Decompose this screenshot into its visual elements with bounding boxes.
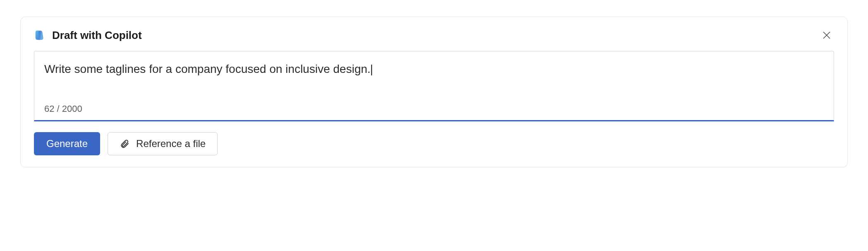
prompt-text[interactable]: Write some taglines for a company focuse… <box>44 61 824 77</box>
paperclip-icon <box>120 139 129 149</box>
copilot-icon <box>34 29 46 41</box>
prompt-input-box[interactable]: Write some taglines for a company focuse… <box>34 51 834 121</box>
title-wrap: Draft with Copilot <box>34 29 142 42</box>
reference-file-label: Reference a file <box>136 138 206 150</box>
char-counter: 62 / 2000 <box>44 104 824 114</box>
panel-header: Draft with Copilot <box>34 28 834 43</box>
close-icon <box>822 30 832 40</box>
generate-button[interactable]: Generate <box>34 132 100 155</box>
copilot-draft-panel: Draft with Copilot Write some taglines f… <box>20 17 848 167</box>
action-row: Generate Reference a file <box>34 132 834 155</box>
reference-file-button[interactable]: Reference a file <box>108 132 218 155</box>
close-button[interactable] <box>819 28 834 43</box>
panel-title: Draft with Copilot <box>52 29 142 42</box>
